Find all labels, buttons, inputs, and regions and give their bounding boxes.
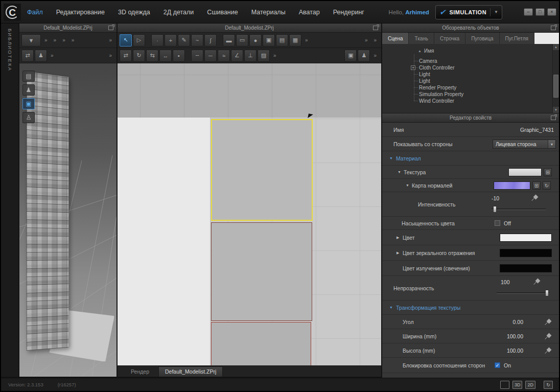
snapshot-view-icon[interactable]: ▤ xyxy=(22,71,35,82)
add-point-tool[interactable]: + xyxy=(165,34,177,47)
rectangle-tool[interactable]: ▭ xyxy=(236,34,248,47)
toolbar-overflow-icon[interactable]: » xyxy=(106,53,114,58)
simulation-button[interactable]: ✔ SIMULATION ▼ xyxy=(435,5,502,19)
simulation-dropdown-icon[interactable]: ▼ xyxy=(490,8,498,16)
pen-tool[interactable]: ✎ xyxy=(178,34,190,47)
tree-item[interactable]: + Cloth Controller xyxy=(382,64,559,71)
expand-plus-icon[interactable]: + xyxy=(411,65,415,70)
specular-swatch[interactable] xyxy=(500,249,552,257)
color-swatch[interactable] xyxy=(500,234,552,242)
object-browser-tab[interactable]: Строчка xyxy=(434,33,465,44)
curve-measure-tool[interactable]: ≈ xyxy=(218,50,230,62)
lock-ratio-checkbox[interactable]: ✓ xyxy=(495,362,500,368)
scale-tool[interactable]: ↔ xyxy=(159,50,172,62)
pattern-piece[interactable] xyxy=(211,222,312,321)
curve-tool[interactable]: ~ xyxy=(191,34,203,47)
pattern-piece[interactable] xyxy=(211,322,311,365)
menu-item[interactable]: Редактирование xyxy=(56,9,105,16)
view-2d-button[interactable]: 2D xyxy=(525,381,535,389)
pin-icon[interactable] xyxy=(545,318,552,326)
section-texture-transform[interactable]: ▼ Трансформация текстуры xyxy=(382,301,559,315)
intensity-value[interactable]: -10 xyxy=(492,195,499,201)
flip-tool[interactable]: ⇆ xyxy=(146,50,158,62)
object-browser-tab[interactable]: Сцена xyxy=(382,33,409,44)
emission-swatch[interactable] xyxy=(500,264,552,272)
tree-item[interactable]: Render Property xyxy=(382,84,559,91)
popout-icon[interactable] xyxy=(373,26,378,30)
gizmo-move-tool[interactable]: ⇄ xyxy=(21,50,34,62)
chevron-down-icon[interactable]: ▼ xyxy=(548,140,555,148)
app-logo-icon[interactable]: C xyxy=(4,4,21,21)
menu-item[interactable]: 2Д детали xyxy=(164,9,194,16)
garment-display-dropdown[interactable]: ▼ xyxy=(21,34,41,47)
sync-avatar-tool[interactable]: ♟ xyxy=(358,50,370,62)
toolbar-overflow-icon[interactable]: » xyxy=(48,53,56,58)
tree-column-header[interactable]: ▲ Имя xyxy=(382,44,559,58)
avatar-pose-tool[interactable]: ♟ xyxy=(35,50,47,62)
polygon-tool[interactable]: ▬ xyxy=(223,34,235,47)
width-value[interactable]: 100.00 xyxy=(507,333,523,339)
height-value[interactable]: 100.00 xyxy=(507,348,523,354)
refresh-icon[interactable]: ↻ xyxy=(543,181,551,190)
avatar-hide-icon[interactable]: ♙ xyxy=(22,112,35,123)
opacity-slider-track[interactable] xyxy=(497,292,549,294)
transform-pattern-tool[interactable]: ↖ xyxy=(120,34,132,47)
toolbar-overflow-icon[interactable]: » xyxy=(271,53,279,58)
popout-icon[interactable] xyxy=(551,116,556,120)
expand-icon[interactable]: ▶ xyxy=(396,236,399,240)
expand-icon[interactable]: ▶ xyxy=(396,251,399,255)
sync-3d-tool[interactable]: ▣ xyxy=(344,50,357,62)
view-3d-button[interactable]: 3D xyxy=(512,381,523,389)
menu-item[interactable]: Файл xyxy=(27,9,43,16)
maximize-button[interactable]: □ xyxy=(535,8,545,16)
pin-icon[interactable] xyxy=(531,194,539,201)
menu-item[interactable]: Сшивание xyxy=(207,9,238,16)
toolbar-overflow-icon[interactable]: » xyxy=(362,37,370,43)
edit-point-tool[interactable]: ∙ xyxy=(151,34,164,47)
collapse-icon[interactable]: ▼ xyxy=(406,183,409,187)
toolbar-overflow-icon[interactable]: » xyxy=(60,37,68,43)
pattern-piece-selected[interactable] xyxy=(211,119,313,221)
tree-item[interactable]: Light xyxy=(382,71,559,78)
toolbar-overflow-icon[interactable]: » xyxy=(371,37,379,43)
tree-scrollbar[interactable]: ▲ ▼ xyxy=(552,44,559,113)
collapse-icon[interactable]: ▼ xyxy=(389,156,393,160)
document-tab[interactable]: Default_Modelist.ZPrj xyxy=(158,366,223,377)
collapse-icon[interactable]: ▼ xyxy=(389,306,393,309)
popout-icon[interactable] xyxy=(551,26,556,30)
texture-grid-icon[interactable]: ⊞ xyxy=(544,168,552,176)
notch-tool[interactable]: ▪ xyxy=(173,50,185,62)
saturation-checkbox[interactable] xyxy=(495,220,500,226)
texture-thumbnail[interactable] xyxy=(508,168,542,176)
sort-asc-icon[interactable]: ▲ xyxy=(418,49,422,53)
object-browser-titlebar[interactable]: Обозреватель объектов xyxy=(382,24,559,33)
pin-icon[interactable] xyxy=(545,347,552,354)
grid-frame-tool[interactable]: ▤ xyxy=(276,34,288,47)
avatar-display-icon[interactable]: ♟ xyxy=(22,84,35,96)
section-material[interactable]: ▼ Материал xyxy=(382,151,559,166)
collapse-icon[interactable]: ▼ xyxy=(398,170,401,174)
image-frame-tool[interactable]: ▦ xyxy=(289,34,301,47)
pin-icon[interactable] xyxy=(533,278,541,285)
toolbar-overflow-icon[interactable]: » xyxy=(42,37,50,43)
angle-value[interactable]: 0.00 xyxy=(513,319,523,325)
scroll-up-icon[interactable]: ▲ xyxy=(553,44,559,50)
perpendicular-tool[interactable]: ⊥ xyxy=(244,50,256,62)
object-browser-tab[interactable]: Пуговица xyxy=(465,33,499,44)
scrollbar-thumb[interactable] xyxy=(553,75,558,98)
trace-tool[interactable]: ∫ xyxy=(204,34,217,47)
texture-edit-tool[interactable]: ▨ xyxy=(258,50,270,62)
minimize-button[interactable]: – xyxy=(524,8,533,16)
edit-pattern-tool[interactable]: ▷ xyxy=(133,34,145,47)
angle-measure-tool[interactable]: ∠ xyxy=(231,50,243,62)
toolbar-overflow-icon[interactable]: » xyxy=(69,37,77,43)
viewport-2d[interactable] xyxy=(118,63,381,365)
move-tool[interactable]: ⇄ xyxy=(120,50,132,62)
document-tab[interactable]: Рендер xyxy=(125,367,155,377)
normal-map-thumbnail[interactable] xyxy=(494,181,530,190)
pin-icon[interactable] xyxy=(545,333,552,340)
toolbar-overflow-icon[interactable]: » xyxy=(302,37,311,43)
cloth-display-icon[interactable]: ▣ xyxy=(22,98,35,109)
tree-item[interactable]: Camera xyxy=(382,58,559,64)
rotate-tool[interactable]: ↻ xyxy=(133,50,145,62)
